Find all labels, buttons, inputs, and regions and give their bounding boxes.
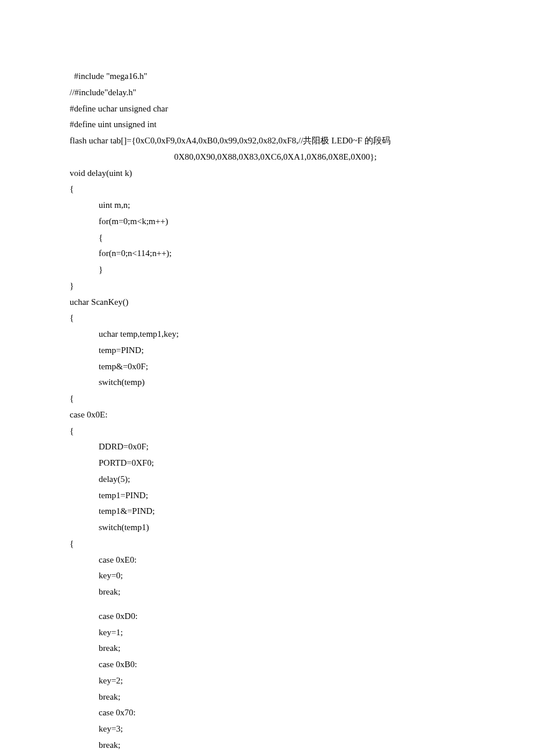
code-line: //#include"delay.h" [70, 85, 453, 101]
blank-line [70, 600, 453, 609]
code-line: key=0; [70, 568, 453, 584]
code-line: case 0xE0: [70, 552, 453, 568]
code-line: { [70, 310, 453, 326]
code-line: void delay(uint k) [70, 165, 453, 182]
code-line: key=2; [70, 673, 453, 689]
code-line: temp1&=PIND; [70, 503, 453, 520]
code-line: uint m,n; [70, 197, 453, 214]
code-line: PORTD=0XF0; [70, 455, 453, 471]
code-line: DDRD=0x0F; [70, 439, 453, 455]
code-line: { [70, 230, 453, 246]
code-line: flash uchar tab[]={0xC0,0xF9,0xA4,0xB0,0… [70, 133, 453, 149]
code-line: switch(temp1) [70, 520, 453, 536]
code-line: { [70, 536, 453, 552]
code-line: case 0x0E: [70, 407, 453, 423]
code-line: break; [70, 737, 453, 754]
code-line: case 0x70: [70, 705, 453, 721]
code-line: { [70, 391, 453, 407]
code-line: switch(temp) [70, 375, 453, 391]
code-line: } [70, 262, 453, 278]
code-line: key=1; [70, 625, 453, 641]
code-line: } [70, 278, 453, 294]
code-line: uchar ScanKey() [70, 294, 453, 311]
code-block: #include "mega16.h"//#include"delay.h"#d… [70, 69, 453, 756]
document-page: #include "mega16.h"//#include"delay.h"#d… [0, 0, 453, 756]
code-line: break; [70, 689, 453, 705]
code-line: uchar temp,temp1,key; [70, 326, 453, 343]
code-line: { [70, 423, 453, 440]
code-line: break; [70, 584, 453, 600]
code-line: default: [70, 754, 453, 757]
code-line: temp=PIND; [70, 343, 453, 359]
code-line: temp&=0x0F; [70, 359, 453, 375]
code-line: delay(5); [70, 471, 453, 488]
code-line: case 0xD0: [70, 609, 453, 625]
code-line: #include "mega16.h" [70, 69, 453, 85]
code-line: temp1=PIND; [70, 488, 453, 504]
code-line: for(m=0;m<k;m++) [70, 214, 453, 230]
code-line: { [70, 181, 453, 197]
code-line: #define uchar unsigned char [70, 101, 453, 117]
code-line: for(n=0;n<114;n++); [70, 246, 453, 262]
code-line: key=3; [70, 721, 453, 737]
code-line: #define uint unsigned int [70, 117, 453, 133]
code-line: break; [70, 640, 453, 657]
code-line: case 0xB0: [70, 657, 453, 673]
code-line: 0X80,0X90,0X88,0X83,0XC6,0XA1,0X86,0X8E,… [70, 149, 453, 165]
